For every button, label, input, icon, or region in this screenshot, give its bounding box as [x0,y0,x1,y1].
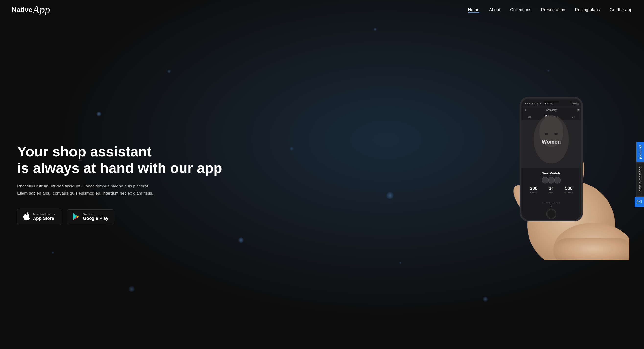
hero-heading: Your shop assistant is always at hand wi… [17,144,222,176]
svg-text:Model: Model [548,191,554,193]
svg-point-31 [548,177,554,183]
app-store-text: Download on the App Store [33,213,55,221]
nav-about[interactable]: About [489,7,500,12]
svg-point-26 [554,133,558,135]
apple-icon [23,212,30,222]
logo-native: Native [12,6,32,13]
phone-mockup-container: ● ●● VIRGIN ▲ 4:21 PM 65% ▮ ‹ Category ⊕… [478,89,629,260]
svg-text:Ch: Ch [571,115,575,118]
svg-text:‹: ‹ [525,108,526,112]
hero-heading-line2: is always at hand with our app [17,160,222,176]
hero-content: Your shop assistant is always at hand wi… [0,124,239,225]
svg-text:SCROLL DOWN: SCROLL DOWN [542,202,560,204]
hero-section: Your shop assistant is always at hand wi… [0,0,644,349]
svg-text:Women: Women [542,139,560,145]
svg-point-32 [554,177,560,183]
svg-point-45 [547,210,555,218]
nav-links: Home About Collections Presentation Pric… [468,7,632,12]
particle [52,251,54,254]
svg-text:Product: Product [530,191,537,193]
svg-text:New Models: New Models [542,172,561,175]
jivochat-label[interactable]: jivochat [636,142,644,162]
svg-text:an: an [528,115,531,118]
nav-home[interactable]: Home [468,7,480,13]
nav-pricing[interactable]: Pricing plans [575,7,600,12]
particle [483,297,488,302]
particle [290,146,294,150]
svg-text:500: 500 [565,186,572,191]
svg-text:65% ▮: 65% ▮ [572,102,579,105]
logo[interactable]: Native App [12,4,50,15]
app-store-main: App Store [33,216,55,221]
particle [167,70,171,73]
svg-rect-8 [554,238,629,260]
app-buttons: Download on the App Store [17,209,222,225]
phone-hand-svg: ● ●● VIRGIN ▲ 4:21 PM 65% ▮ ‹ Category ⊕… [478,89,629,260]
svg-point-43 [570,100,572,103]
particle [97,112,101,116]
leave-message-label[interactable]: Leave a message! [636,162,644,196]
google-play-button[interactable]: Get it on Google Play [67,210,114,224]
particle [129,286,134,292]
app-store-button[interactable]: Download on the App Store [17,209,61,225]
google-play-sub: Get it on [83,213,108,216]
svg-rect-42 [544,101,559,102]
svg-point-30 [542,177,548,183]
svg-text:⊕: ⊕ [577,108,580,112]
nav-presentation[interactable]: Presentation [541,7,566,12]
nav-collections[interactable]: Collections [510,7,531,12]
svg-text:Category: Category [546,108,557,111]
logo-script: App [33,4,50,15]
google-play-icon [73,213,80,221]
particle [399,262,401,264]
side-chat-widget: jivochat Leave a message! [635,142,644,207]
particle [374,28,376,31]
svg-text:200: 200 [530,186,537,191]
hero-description: Phasellus rutrum ultricies tincidunt. Do… [17,183,154,197]
particle [547,70,550,72]
nav-get-app[interactable]: Get the app [610,7,632,12]
svg-text:14: 14 [549,186,554,191]
svg-text:● ●● VIRGIN ▲: ● ●● VIRGIN ▲ [525,102,542,105]
particle [238,238,244,243]
svg-text:Comment: Comment [564,191,573,193]
hero-heading-line1: Your shop assistant [17,144,152,159]
navbar: Native App Home About Collections Presen… [0,0,644,20]
mail-icon[interactable] [635,197,644,207]
app-store-sub: Download on the [33,213,55,216]
google-play-text: Get it on Google Play [83,213,108,221]
svg-text:∨: ∨ [550,204,552,207]
google-play-main: Google Play [83,216,108,221]
particle [386,192,394,199]
svg-point-25 [545,133,548,135]
